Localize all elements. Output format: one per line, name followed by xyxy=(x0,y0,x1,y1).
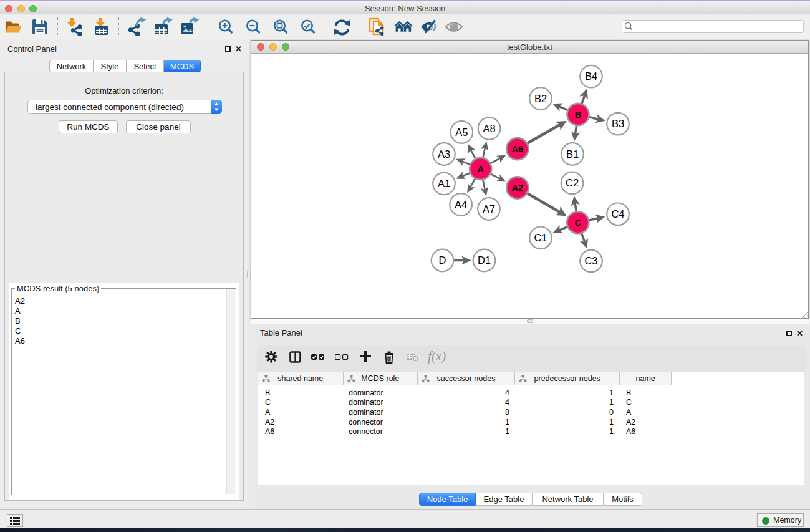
svg-text:D1: D1 xyxy=(478,254,491,266)
svg-text:B2: B2 xyxy=(534,93,547,104)
svg-text:A3: A3 xyxy=(438,148,450,160)
svg-text:A7: A7 xyxy=(483,203,495,215)
svg-text:B1: B1 xyxy=(566,148,579,160)
svg-text:B4: B4 xyxy=(585,70,597,82)
svg-text:B3: B3 xyxy=(612,118,624,129)
svg-text:C1: C1 xyxy=(534,232,547,243)
svg-text:A8: A8 xyxy=(483,123,495,134)
svg-text:A: A xyxy=(477,164,484,174)
svg-text:C: C xyxy=(575,218,582,228)
svg-text:C4: C4 xyxy=(611,208,624,220)
svg-text:A6: A6 xyxy=(512,144,524,154)
svg-text:C2: C2 xyxy=(566,177,579,188)
svg-text:A4: A4 xyxy=(455,199,467,210)
svg-text:D: D xyxy=(439,254,446,266)
svg-text:A5: A5 xyxy=(455,127,468,138)
svg-text:B: B xyxy=(575,110,581,120)
svg-text:A1: A1 xyxy=(438,178,450,189)
svg-text:A2: A2 xyxy=(512,183,524,193)
svg-text:C3: C3 xyxy=(584,255,597,266)
